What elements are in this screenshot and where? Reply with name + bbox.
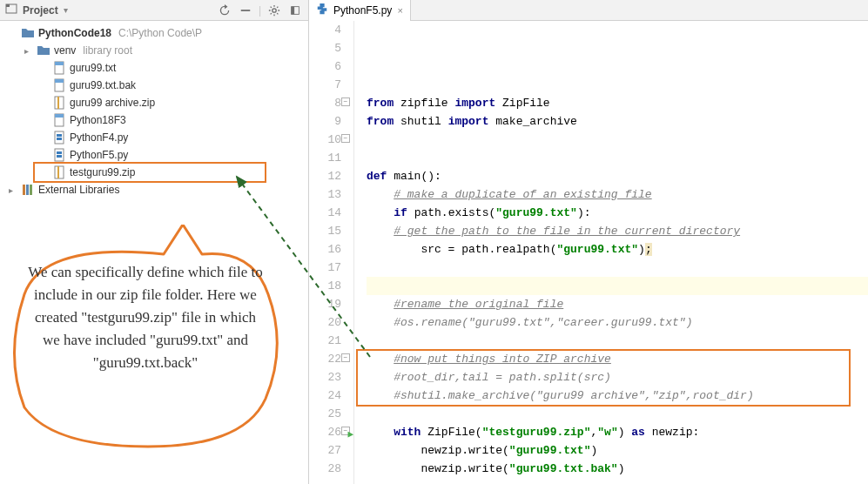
- library-icon: [21, 183, 35, 197]
- tree-root-label: PythonCode18: [38, 27, 111, 39]
- code-line[interactable]: [367, 405, 868, 423]
- editor-tab[interactable]: PythonF5.py ×: [309, 0, 411, 21]
- tree-file[interactable]: testguru99.zip: [0, 164, 308, 181]
- code-line[interactable]: def main():: [367, 167, 868, 185]
- code-line[interactable]: #shutil.make_archive("guru99 archive","z…: [367, 387, 868, 405]
- code-line[interactable]: [367, 149, 868, 167]
- txt-file-icon: [52, 78, 66, 92]
- code-line[interactable]: #rename the original file: [367, 295, 868, 313]
- tree-file[interactable]: guru99.txt.bak: [0, 77, 308, 94]
- python-file-icon: [316, 3, 328, 17]
- code-line[interactable]: # make a duplicate of an existing file: [367, 185, 868, 204]
- svg-rect-19: [26, 185, 29, 195]
- tree-file[interactable]: guru99.txt: [0, 59, 308, 77]
- svg-rect-1: [6, 4, 10, 7]
- tree-item-label: venv: [54, 44, 76, 57]
- tree-item-label: External Libraries: [38, 184, 119, 196]
- editor-gutter: 45678−910−111213141516171819202122−23242…: [309, 21, 354, 484]
- code-line[interactable]: from zipfile import ZipFile: [367, 94, 868, 112]
- close-icon[interactable]: ×: [397, 5, 402, 16]
- code-line[interactable]: #os.rename("guru99.txt","career.guru99.t…: [367, 313, 868, 332]
- code-line[interactable]: #now put things into ZIP archive: [367, 350, 868, 368]
- code-line[interactable]: [367, 259, 868, 277]
- py-file-icon: [52, 131, 66, 145]
- collapse-icon[interactable]: [238, 3, 253, 18]
- tree-item-label: guru99.txt: [70, 62, 116, 74]
- svg-rect-7: [55, 62, 64, 65]
- svg-rect-5: [292, 6, 295, 14]
- hide-icon[interactable]: [287, 3, 303, 18]
- editor-tab-label: PythonF5.py: [333, 4, 392, 17]
- code-line[interactable]: [367, 332, 868, 350]
- chevron-right-icon: ▸: [9, 185, 17, 195]
- annotation-callout: We can specifically define which file to…: [9, 225, 279, 451]
- code-line[interactable]: [367, 478, 868, 484]
- editor-code[interactable]: from zipfile import ZipFilefrom shutil i…: [354, 21, 868, 484]
- svg-rect-17: [57, 166, 59, 178]
- tree-venv[interactable]: ▸ venv library root: [0, 42, 308, 59]
- code-line[interactable]: src = path.realpath("guru99.txt");: [367, 240, 868, 259]
- folder-icon: [21, 26, 35, 40]
- code-line[interactable]: newzip.write("guru99.txt"): [367, 441, 868, 460]
- tree-root-hint: C:\Python Code\P: [118, 27, 202, 39]
- project-tree: PythonCode18 C:\Python Code\P ▸ venv lib…: [0, 21, 308, 202]
- tree-file[interactable]: guru99 archive.zip: [0, 94, 308, 111]
- code-line[interactable]: [367, 277, 868, 295]
- tree-item-label: PythonF4.py: [70, 131, 128, 144]
- tree-item-label: guru99 archive.zip: [70, 97, 155, 109]
- svg-rect-2: [241, 10, 251, 11]
- code-editor[interactable]: 45678−910−111213141516171819202122−23242…: [309, 21, 868, 484]
- code-line[interactable]: [367, 131, 868, 149]
- code-line[interactable]: from shutil import make_archive: [367, 112, 868, 131]
- tree-item-hint: library root: [83, 44, 132, 57]
- code-line[interactable]: if path.exists("guru99.txt"):: [367, 204, 868, 222]
- chevron-right-icon: ▸: [24, 46, 33, 56]
- code-line[interactable]: newzip.write("guru99.txt.bak"): [367, 460, 868, 478]
- project-panel-title: Project: [23, 4, 58, 17]
- tree-file[interactable]: PythonF5.py: [0, 146, 308, 164]
- svg-rect-18: [23, 185, 25, 195]
- editor-area: PythonF5.py × 45678−910−1112131415161718…: [309, 0, 868, 484]
- project-panel-icon: [5, 3, 17, 17]
- zip-file-icon: [52, 165, 66, 179]
- sync-icon[interactable]: [217, 3, 232, 18]
- svg-rect-13: [55, 114, 64, 118]
- project-panel-header: Project ▾ |: [0, 0, 308, 21]
- chevron-down-icon[interactable]: ▾: [64, 5, 68, 15]
- tree-file[interactable]: Python18F3: [0, 111, 308, 129]
- tree-item-label: Python18F3: [70, 114, 126, 126]
- editor-tab-bar: PythonF5.py ×: [309, 0, 868, 21]
- tree-external-libs[interactable]: ▸ External Libraries: [0, 181, 308, 198]
- folder-icon: [37, 44, 50, 57]
- gear-icon[interactable]: [266, 3, 282, 18]
- svg-point-3: [273, 8, 276, 11]
- tree-item-label: PythonF5.py: [70, 149, 128, 161]
- svg-rect-9: [55, 79, 64, 83]
- tree-item-label: guru99.txt.bak: [70, 79, 136, 91]
- tree-item-label: testguru99.zip: [70, 166, 135, 178]
- svg-rect-20: [30, 185, 32, 195]
- txt-file-icon: [52, 113, 66, 127]
- txt-file-icon: [52, 61, 66, 75]
- annotation-text: We can specifically define which file to…: [28, 261, 263, 374]
- code-line[interactable]: with ZipFile("testguru99.zip","w") as ne…: [367, 423, 868, 441]
- py-file-icon: [52, 148, 66, 162]
- code-line[interactable]: # get the path to the file in the curren…: [367, 222, 868, 240]
- zip-file-icon: [52, 96, 66, 110]
- code-line[interactable]: #root_dir,tail = path.split(src): [367, 368, 868, 387]
- svg-rect-11: [57, 97, 59, 109]
- tree-file[interactable]: PythonF4.py: [0, 129, 308, 146]
- tree-root[interactable]: PythonCode18 C:\Python Code\P: [0, 24, 308, 42]
